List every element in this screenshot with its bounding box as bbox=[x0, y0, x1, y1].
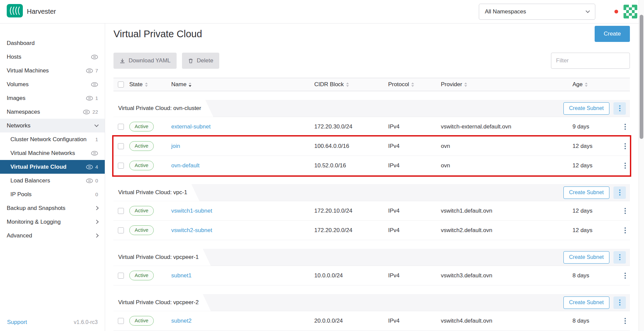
kebab-icon bbox=[619, 192, 620, 193]
brand-name: Harvester bbox=[27, 8, 56, 15]
row-checkbox[interactable] bbox=[118, 208, 124, 214]
resource-icon bbox=[86, 178, 93, 183]
row-actions-menu-button[interactable] bbox=[620, 161, 630, 170]
sidebar-item-networks[interactable]: Networks bbox=[0, 119, 105, 132]
sidebar-item-virtual-machine-networks[interactable]: Virtual Machine Networks bbox=[0, 146, 105, 160]
subnet-name-link[interactable]: join bbox=[171, 143, 180, 149]
harvester-logo-icon[interactable] bbox=[7, 4, 23, 19]
protocol-cell: IPv4 bbox=[388, 162, 441, 169]
sidebar-footer: Support v1.6.0-rc3 bbox=[0, 319, 105, 326]
row-actions-menu-button[interactable] bbox=[620, 316, 630, 326]
download-yaml-button[interactable]: Download YAML bbox=[113, 53, 177, 69]
name-cell: vswitch1-subnet bbox=[171, 208, 314, 214]
table-row: Active vswitch1-subnet 172.20.10.0/24 IP… bbox=[113, 201, 630, 221]
sidebar-item-load-balancers[interactable]: Load Balancers 0 bbox=[0, 174, 105, 187]
group-tab: Virtual Private Cloud: vpc-1 bbox=[113, 184, 199, 201]
column-header-cidr-block[interactable]: CIDR Block bbox=[314, 81, 388, 88]
sidebar-item-backup-and-snapshots[interactable]: Backup and Snapshots bbox=[0, 201, 105, 215]
sidebar-item-label: Volumes bbox=[7, 81, 29, 88]
sidebar-item-hosts[interactable]: Hosts bbox=[0, 50, 105, 64]
annotation-highlight: Active join 100.64.0.0/16 IPv4 ovn 12 da… bbox=[113, 136, 630, 175]
group-kebab-menu-button[interactable] bbox=[613, 251, 626, 264]
row-actions-menu-button[interactable] bbox=[620, 271, 630, 280]
create-subnet-button[interactable]: Create Subnet bbox=[563, 102, 609, 115]
sidebar-item-volumes[interactable]: Volumes bbox=[0, 77, 105, 91]
row-actions-menu-button[interactable] bbox=[620, 122, 630, 131]
status-badge: Active bbox=[129, 225, 154, 235]
column-header-age[interactable]: Age bbox=[572, 81, 620, 88]
sidebar-item-label: Dashboard bbox=[7, 40, 35, 47]
row-checkbox[interactable] bbox=[118, 318, 124, 324]
table-header: State Name CIDR Block Protocol Provider bbox=[113, 78, 630, 91]
table-row: Active subnet1 10.0.0.0/24 IPv4 vswitch3… bbox=[113, 266, 630, 285]
subnet-name-link[interactable]: vswitch1-subnet bbox=[171, 208, 212, 214]
chevron-right-icon bbox=[94, 233, 99, 238]
sort-icon bbox=[346, 82, 349, 87]
state-cell: Active bbox=[129, 316, 171, 326]
column-header-provider[interactable]: Provider bbox=[441, 81, 572, 88]
subnet-name-link[interactable]: subnet2 bbox=[171, 318, 192, 324]
filter-input[interactable] bbox=[551, 53, 630, 69]
version-label: v1.6.0-rc3 bbox=[74, 319, 98, 325]
sidebar-item-dashboard[interactable]: Dashboard bbox=[0, 36, 105, 50]
group-kebab-menu-button[interactable] bbox=[613, 186, 626, 199]
column-header-state[interactable]: State bbox=[129, 81, 171, 88]
row-checkbox[interactable] bbox=[118, 273, 124, 279]
row-actions-menu-button[interactable] bbox=[620, 225, 630, 235]
column-header-protocol[interactable]: Protocol bbox=[388, 81, 441, 88]
row-actions-menu-button[interactable] bbox=[620, 206, 630, 216]
create-subnet-button[interactable]: Create Subnet bbox=[563, 186, 609, 199]
namespace-select[interactable]: All Namespaces bbox=[479, 4, 595, 20]
state-cell: Active bbox=[129, 161, 171, 170]
subnet-name-link[interactable]: subnet1 bbox=[171, 272, 192, 279]
group-label: Virtual Private Cloud: vpcpeer-2 bbox=[118, 299, 199, 306]
row-actions-menu-button[interactable] bbox=[620, 141, 630, 151]
sort-icon bbox=[189, 82, 191, 87]
sidebar-item-virtual-private-cloud[interactable]: Virtual Private Cloud 4 bbox=[0, 160, 105, 174]
subnet-name-link[interactable]: vswitch2-subnet bbox=[171, 227, 212, 233]
main-content: Virtual Private Cloud Create Download YA… bbox=[105, 23, 639, 331]
row-checkbox[interactable] bbox=[118, 124, 124, 130]
sort-icon bbox=[411, 82, 414, 87]
sidebar-item-images[interactable]: Images 1 bbox=[0, 91, 105, 105]
count-badge bbox=[91, 55, 98, 59]
group-kebab-menu-button[interactable] bbox=[613, 102, 626, 115]
sidebar-item-monitoring-logging[interactable]: Monitoring & Logging bbox=[0, 215, 105, 229]
status-badge: Active bbox=[129, 271, 154, 280]
status-badge: Active bbox=[129, 161, 154, 170]
provider-cell: ovn bbox=[441, 143, 572, 150]
kebab-icon bbox=[619, 108, 620, 109]
group-actions: Create Subnet bbox=[563, 186, 630, 199]
sidebar-item-ip-pools[interactable]: IP Pools 0 bbox=[0, 187, 105, 201]
state-cell: Active bbox=[129, 225, 171, 235]
row-checkbox[interactable] bbox=[118, 143, 124, 149]
support-link[interactable]: Support bbox=[7, 319, 27, 326]
sidebar-item-virtual-machines[interactable]: Virtual Machines 7 bbox=[0, 64, 105, 77]
row-checkbox[interactable] bbox=[118, 163, 124, 169]
count-value: 0 bbox=[95, 178, 98, 183]
scrollbar-thumb[interactable] bbox=[640, 15, 643, 139]
kebab-icon bbox=[619, 257, 620, 258]
sidebar-item-cluster-network-configuration[interactable]: Cluster Network Configuration 1 bbox=[0, 132, 105, 146]
group-kebab-menu-button[interactable] bbox=[613, 296, 626, 309]
sidebar-item-namespaces[interactable]: Namespaces 22 bbox=[0, 105, 105, 119]
row-checkbox[interactable] bbox=[118, 227, 124, 233]
create-subnet-button[interactable]: Create Subnet bbox=[563, 251, 609, 264]
chevron-down-icon bbox=[586, 9, 590, 13]
subnet-name-link[interactable]: external-subnet bbox=[171, 123, 211, 130]
create-button[interactable]: Create bbox=[595, 26, 630, 42]
count-value: 22 bbox=[92, 109, 98, 115]
top-header: Harvester All Namespaces bbox=[0, 0, 644, 23]
age-cell: 8 days bbox=[572, 272, 620, 279]
user-avatar[interactable] bbox=[624, 5, 637, 18]
select-all-checkbox[interactable] bbox=[118, 81, 124, 88]
delete-button[interactable]: Delete bbox=[182, 53, 219, 69]
create-subnet-button[interactable]: Create Subnet bbox=[563, 296, 609, 309]
vertical-scrollbar[interactable] bbox=[639, 0, 644, 331]
sidebar-item-advanced[interactable]: Advanced bbox=[0, 229, 105, 242]
subnet-name-link[interactable]: ovn-default bbox=[171, 162, 199, 169]
sidebar-item-label: Backup and Snapshots bbox=[7, 205, 65, 212]
header-right: All Namespaces bbox=[479, 4, 637, 20]
column-header-name[interactable]: Name bbox=[171, 81, 314, 88]
chevron-down-icon bbox=[94, 123, 99, 127]
